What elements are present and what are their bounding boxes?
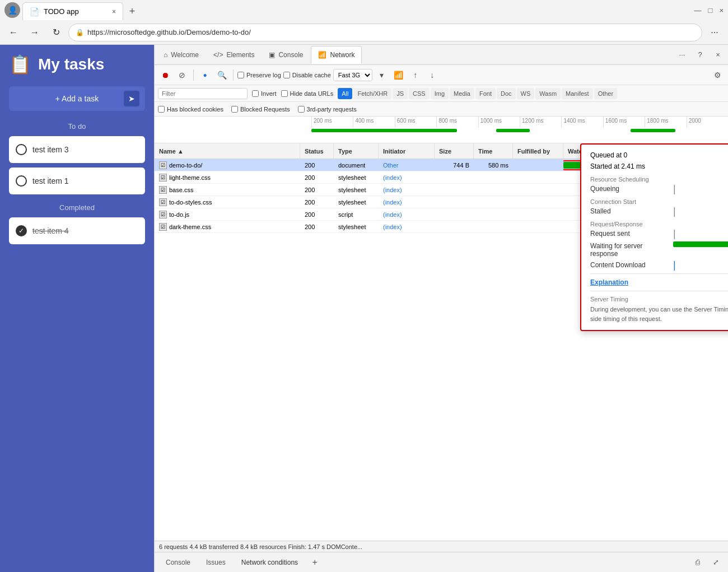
throttle-select[interactable]: Fast 3G — [333, 69, 372, 81]
blocked-requests-label[interactable]: Blocked Requests — [231, 106, 290, 113]
filter-other[interactable]: Other — [594, 88, 618, 99]
profile-icon[interactable]: 👤 — [4, 2, 20, 18]
filter-fetch-xhr[interactable]: Fetch/XHR — [353, 88, 391, 99]
task-item-0[interactable]: test item 3 — [9, 136, 145, 163]
bottom-tab-network-conditions[interactable]: Network conditions — [235, 555, 305, 570]
td-initiator-2[interactable]: (index) — [379, 184, 435, 196]
address-bar[interactable]: 🔒 https://microsoftedge.github.io/Demos/… — [68, 24, 702, 41]
filter-all[interactable]: All — [338, 88, 352, 99]
main-area: 📋 My tasks + Add a task ➤ To do test ite… — [0, 45, 728, 572]
filter-wasm[interactable]: Wasm — [535, 88, 561, 99]
devtools-more-button[interactable]: ··· — [674, 47, 690, 63]
record-indicator[interactable]: ● — [198, 68, 212, 82]
task-checkbox-0[interactable] — [16, 144, 27, 155]
invert-text: Invert — [261, 90, 277, 97]
devtools-help-button[interactable]: ? — [692, 47, 708, 63]
minimize-button[interactable]: — — [694, 6, 702, 15]
invert-checkbox[interactable] — [252, 90, 259, 97]
td-name-4: ☑ to-do.js — [155, 208, 300, 220]
hide-data-urls-checkbox[interactable] — [281, 90, 288, 97]
bottom-tab-console[interactable]: Console — [159, 555, 197, 570]
maximize-button[interactable]: □ — [708, 6, 713, 15]
back-button[interactable]: ← — [4, 24, 22, 41]
active-tab[interactable]: 📄 TODO app × — [22, 2, 123, 20]
search-network-button[interactable]: 🔍 — [214, 68, 229, 82]
td-initiator-1[interactable]: (index) — [379, 171, 435, 183]
wifi-icon[interactable]: 📶 — [391, 68, 406, 82]
expand-icon[interactable]: ⤢ — [708, 555, 724, 570]
preserve-log-text: Preserve log — [246, 72, 281, 78]
close-button[interactable]: × — [719, 6, 724, 15]
tab-welcome[interactable]: ⌂ Welcome — [157, 46, 206, 64]
network-toolbar: ⏺ ⊘ ● 🔍 Preserve log Disable cache Fast … — [155, 65, 728, 85]
column-size[interactable]: Size — [435, 143, 474, 159]
blocked-cookies-checkbox[interactable] — [158, 106, 165, 113]
network-table[interactable]: Name ▲ Status Type Initiator Size Time F… — [155, 143, 728, 541]
bottom-tab-issues[interactable]: Issues — [199, 555, 232, 570]
invert-label[interactable]: Invert — [252, 90, 277, 97]
column-name[interactable]: Name ▲ — [155, 143, 300, 159]
tab-network[interactable]: 📶 Network — [311, 46, 362, 64]
dock-icon[interactable]: ⎙ — [690, 555, 706, 570]
add-task-button[interactable]: + Add a task ➤ — [9, 86, 145, 111]
td-initiator-0[interactable]: Other — [379, 159, 435, 171]
export-button[interactable]: ↓ — [425, 68, 440, 82]
blocked-requests-text: Blocked Requests — [240, 106, 290, 113]
completed-task-checkbox-0[interactable]: ✓ — [16, 225, 27, 236]
content-download-bar: | — [673, 262, 728, 268]
disable-cache-label[interactable]: Disable cache — [283, 72, 331, 78]
timeline-area[interactable]: 200 ms 400 ms 600 ms 800 ms 1000 ms 1200… — [155, 117, 728, 143]
queueing-tick: | — [673, 183, 676, 195]
completed-task-item-0[interactable]: ✓ test item 4 — [9, 217, 145, 244]
task-checkbox-1[interactable] — [16, 175, 27, 187]
td-type-4: script — [334, 208, 379, 220]
explanation-link[interactable]: Explanation — [590, 278, 628, 286]
column-status[interactable]: Status — [300, 143, 334, 159]
filter-js[interactable]: JS — [393, 88, 408, 99]
forward-button[interactable]: → — [26, 24, 44, 41]
todo-title: My tasks — [38, 55, 104, 73]
settings-cog-button[interactable]: ⚙ — [710, 68, 725, 82]
mark-1400: 1400 ms — [561, 117, 603, 128]
record-button[interactable]: ⏺ — [158, 68, 172, 82]
import-button[interactable]: ↑ — [408, 68, 423, 82]
filter-css[interactable]: CSS — [409, 88, 430, 99]
filter-media[interactable]: Media — [450, 88, 474, 99]
filter-input[interactable] — [158, 88, 248, 99]
tab-console[interactable]: ▣ Console — [262, 46, 310, 64]
bottom-tab-new[interactable]: + — [307, 555, 323, 570]
td-initiator-3[interactable]: (index) — [379, 196, 435, 208]
column-type[interactable]: Type — [334, 143, 379, 159]
column-fulfilled[interactable]: Fulfilled by — [513, 143, 563, 159]
td-initiator-5[interactable]: (index) — [379, 221, 435, 232]
td-initiator-4[interactable]: (index) — [379, 208, 435, 220]
preserve-log-checkbox[interactable] — [237, 72, 244, 78]
filter-font[interactable]: Font — [475, 88, 496, 99]
new-tab-button[interactable]: + — [123, 2, 141, 20]
blocked-requests-checkbox[interactable] — [231, 106, 238, 113]
row-icon-4: ☑ — [159, 211, 167, 218]
filter-img[interactable]: Img — [431, 88, 449, 99]
third-party-label[interactable]: 3rd-party requests — [298, 106, 357, 113]
tab-elements[interactable]: </> Elements — [207, 46, 261, 64]
throttle-dropdown[interactable]: ▾ — [375, 68, 389, 82]
third-party-checkbox[interactable] — [298, 106, 305, 113]
blocked-cookies-label[interactable]: Has blocked cookies — [158, 106, 223, 113]
filter-types: All Fetch/XHR JS CSS Img Media Font Doc … — [338, 88, 617, 99]
disable-cache-checkbox[interactable] — [283, 72, 290, 78]
column-initiator[interactable]: Initiator — [379, 143, 435, 159]
tab-close-button[interactable]: × — [112, 8, 116, 16]
browser-more-button[interactable]: ··· — [706, 24, 724, 41]
filter-ws[interactable]: WS — [517, 88, 535, 99]
hide-data-urls-label[interactable]: Hide data URLs — [281, 90, 334, 97]
task-item-1[interactable]: test item 1 — [9, 168, 145, 194]
filter-manifest[interactable]: Manifest — [562, 88, 593, 99]
devtools-close-button[interactable]: × — [710, 47, 726, 63]
timing-total-row: Explanation 582.38 ms — [590, 278, 728, 286]
refresh-button[interactable]: ↻ — [47, 24, 65, 41]
clear-button[interactable]: ⊘ — [175, 68, 189, 82]
filter-doc[interactable]: Doc — [497, 88, 516, 99]
column-time[interactable]: Time — [474, 143, 513, 159]
preserve-log-label[interactable]: Preserve log — [237, 72, 281, 78]
console-icon: ▣ — [269, 51, 275, 59]
